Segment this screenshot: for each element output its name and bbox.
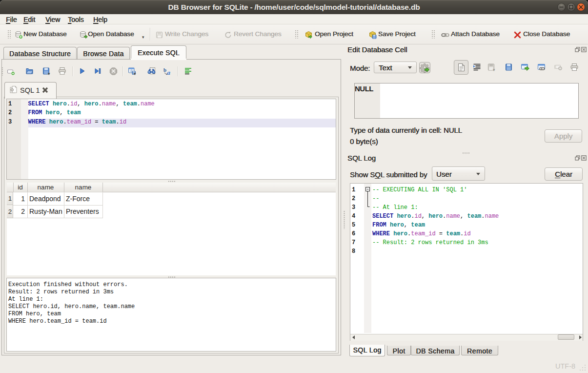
- svg-text:b: b: [163, 67, 166, 73]
- svg-text:a: a: [167, 69, 171, 75]
